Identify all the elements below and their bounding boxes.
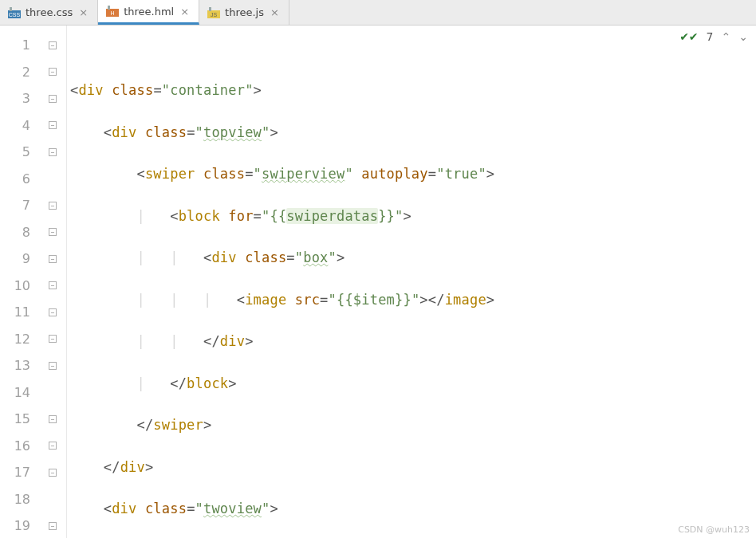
js-file-icon: JS [207, 7, 220, 18]
svg-text:CSS: CSS [9, 12, 21, 18]
watermark: CSDN @wuh123 [678, 524, 750, 535]
line-number: 1 [0, 32, 38, 59]
fold-marker[interactable] [38, 326, 66, 353]
tab-three-hml[interactable]: H three.hml × [98, 0, 199, 25]
fold-marker [38, 166, 66, 193]
fold-marker[interactable] [38, 59, 66, 86]
line-number: 11 [0, 299, 38, 326]
fold-marker[interactable] [38, 459, 66, 486]
problems-count: 7 [707, 30, 714, 43]
line-number: 12 [0, 326, 38, 353]
line-number: 5 [0, 139, 38, 166]
tab-bar: CSS three.css × H three.hml × JS three.j… [0, 0, 756, 26]
line-number: 16 [0, 433, 38, 460]
code-line: | | | <image src="{{$item}}"></image> [67, 287, 756, 314]
fold-marker[interactable] [38, 512, 66, 538]
close-icon[interactable]: × [77, 6, 89, 18]
problems-indicator[interactable]: ✔✔7 ⌃ ⌄ [679, 30, 748, 43]
tab-label: three.hml [124, 6, 174, 18]
line-number: 2 [0, 59, 38, 86]
svg-rect-4 [108, 6, 110, 10]
tab-three-css[interactable]: CSS three.css × [0, 0, 98, 25]
line-number: 13 [0, 352, 38, 379]
line-number-gutter: 1 2 3 4 5 6 7 8 9 10 11 12 13 14 15 16 1… [0, 26, 38, 538]
line-number: 10 [0, 273, 38, 300]
chevron-down-icon[interactable]: ⌄ [738, 30, 748, 43]
fold-marker[interactable] [38, 433, 66, 460]
check-icon: ✔✔ [679, 30, 698, 43]
svg-rect-1 [10, 7, 12, 11]
fold-marker[interactable] [38, 112, 66, 139]
tab-label: three.js [225, 6, 264, 18]
chevron-up-icon[interactable]: ⌃ [722, 30, 731, 43]
line-number: 17 [0, 459, 38, 486]
line-number: 9 [0, 245, 38, 273]
code-line: </swiper> [67, 412, 756, 439]
fold-marker[interactable] [38, 352, 66, 379]
close-icon[interactable]: × [179, 6, 191, 18]
fold-marker [38, 486, 66, 513]
code-line: | <block for="{{swiperdatas}}"> [67, 203, 756, 230]
svg-rect-7 [209, 7, 211, 11]
fold-marker[interactable] [38, 299, 66, 326]
code-line: <div class="twoview"> [67, 496, 756, 523]
fold-marker [38, 379, 66, 406]
css-file-icon: CSS [8, 7, 21, 18]
fold-marker[interactable] [38, 85, 66, 112]
line-number: 14 [0, 379, 38, 406]
fold-marker[interactable] [38, 273, 66, 300]
svg-text:H: H [111, 10, 115, 16]
tab-label: three.css [26, 6, 73, 18]
fold-marker[interactable] [38, 192, 66, 219]
code-line: | | </div> [67, 328, 756, 355]
code-line: </div> [67, 454, 756, 481]
line-number: 18 [0, 486, 38, 513]
fold-marker[interactable] [38, 219, 66, 246]
line-number: 19 [0, 512, 38, 538]
fold-marker[interactable] [38, 32, 66, 59]
line-number: 4 [0, 112, 38, 139]
hml-file-icon: H [106, 6, 119, 17]
code-line: <div class="container"> [67, 77, 756, 104]
code-line: | </block> [67, 371, 756, 398]
svg-text:JS: JS [211, 12, 218, 18]
line-number: 15 [0, 406, 38, 433]
fold-marker[interactable] [38, 139, 66, 166]
fold-marker[interactable] [38, 406, 66, 433]
code-editor[interactable]: 1 2 3 4 5 6 7 8 9 10 11 12 13 14 15 16 1… [0, 26, 756, 538]
fold-marker[interactable] [38, 245, 66, 273]
close-icon[interactable]: × [269, 6, 281, 18]
line-number: 8 [0, 219, 38, 246]
fold-gutter [38, 26, 67, 538]
code-area[interactable]: ✔✔7 ⌃ ⌄ <div class="container"> <div cla… [67, 26, 756, 538]
line-number: 7 [0, 192, 38, 219]
line-number: 6 [0, 166, 38, 193]
line-number: 3 [0, 85, 38, 112]
tab-three-js[interactable]: JS three.js × [199, 0, 289, 25]
code-line: <swiper class="swiperview" autoplay="tru… [67, 161, 756, 188]
code-line: | | <div class="box"> [67, 245, 756, 272]
code-line: <div class="topview"> [67, 120, 756, 147]
